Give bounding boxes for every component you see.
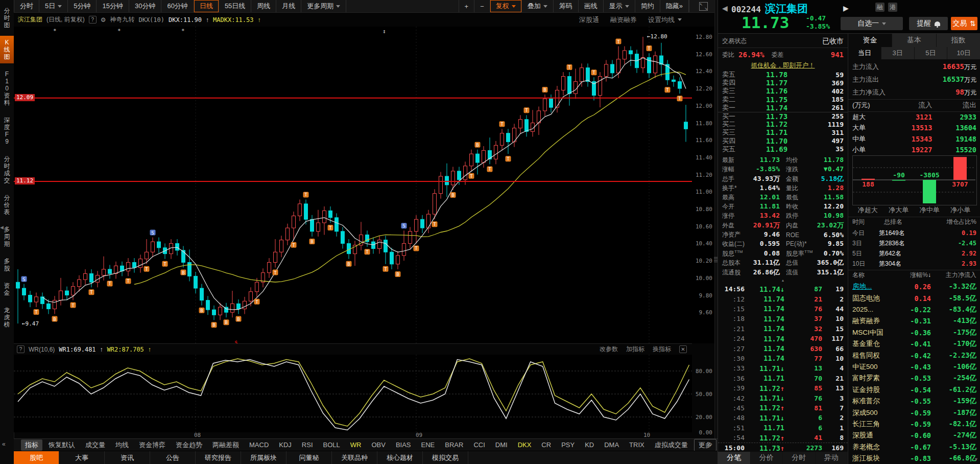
indicator-tab-均线[interactable]: 均线 — [111, 439, 133, 451]
wr-help-icon[interactable]: ? — [17, 345, 25, 353]
scroll-down-icon[interactable]: ▼ — [974, 457, 978, 462]
promo-link[interactable]: 抓住机会，即刻开户！ — [751, 61, 815, 70]
tick-tab-分时[interactable]: 分时 — [783, 452, 816, 464]
sector-row[interactable]: 深成500-0.59-187亿 — [848, 407, 980, 418]
sidebar-collapse-icon[interactable]: ◀ — [0, 225, 4, 230]
fund-tab-指数[interactable]: 指数 — [937, 34, 980, 47]
indicator-tab-更多[interactable]: 更多 — [694, 439, 716, 451]
indicator-tab-CCI[interactable]: CCI — [469, 440, 489, 450]
period-tab-30分钟[interactable]: 30分钟 — [129, 0, 161, 12]
tick-tab-异动[interactable]: 异动 — [816, 452, 848, 464]
indicator-tab-DMI[interactable]: DMI — [491, 440, 512, 450]
indicator-tab-DKX[interactable]: DKX — [514, 440, 536, 450]
bottom-nav-公告[interactable]: 公告 — [150, 451, 196, 464]
sector-row[interactable]: 证金持股-0.54-61.2亿 — [848, 384, 980, 396]
period-tab-5日[interactable]: 5日 — [39, 0, 68, 12]
tick-tab-分价[interactable]: 分价 — [751, 452, 783, 464]
sector-row[interactable]: 中证500-0.43-106亿 — [848, 361, 980, 373]
period-tab-分时[interactable]: 分时 — [14, 0, 39, 12]
indicator-tab-BRAR[interactable]: BRAR — [441, 440, 467, 450]
sidebar-item-F10资料[interactable]: F10资料 — [0, 67, 14, 109]
indicator-tab-KD[interactable]: KD — [581, 440, 598, 450]
indicator-tab-资金博弈[interactable]: 资金博弈 — [135, 439, 170, 451]
kline-chart[interactable]: SSSTBTTTTTTBBBBBTTTBTBTTBTTBTTTTBTTBTTTT… — [14, 27, 692, 343]
wr-indicator-panel[interactable] — [14, 355, 692, 432]
tick-tab-分笔[interactable]: 分笔 — [718, 452, 751, 464]
sidebar-item-龙虎榜[interactable]: 龙虎榜 — [0, 304, 14, 331]
wr-action-加指标[interactable]: 加指标 — [626, 345, 644, 354]
indicator-tab-MACD[interactable]: MACD — [245, 440, 273, 450]
indicator-tab-虚拟成交量[interactable]: 虚拟成交量 — [651, 439, 692, 451]
bottom-nav-关联品种[interactable]: 关联品种 — [332, 451, 377, 464]
watchlist-button[interactable]: 自选一 — [841, 17, 903, 30]
bottom-nav-核心题材[interactable]: 核心题材 — [377, 451, 423, 464]
period-tab-日线[interactable]: 日线 — [194, 0, 219, 12]
sector-row[interactable]: 长江三角-0.59-82.1亿 — [848, 419, 980, 430]
fund-tab-基本[interactable]: 基本 — [892, 34, 936, 47]
tool-button-+[interactable]: + — [459, 0, 475, 12]
indicator-tab-DMA[interactable]: DMA — [600, 440, 623, 450]
wr-close-icon[interactable]: ✕ — [679, 345, 687, 353]
indicator-tab-CR[interactable]: CR — [537, 440, 555, 450]
sidebar-item-多股[interactable]: 多股 — [0, 254, 14, 275]
fund-subtab-10日[interactable]: 10日 — [947, 47, 980, 59]
sector-row[interactable]: 房地...0.26-3.32亿 — [848, 281, 980, 292]
fullscreen-icon[interactable]: ↖↘ — [699, 2, 708, 11]
sector-row[interactable]: 深股通-0.60-274亿 — [848, 430, 980, 441]
indicator-tab-指标[interactable]: 指标 — [21, 439, 42, 451]
indicator-tab-BOLL[interactable]: BOLL — [319, 440, 344, 450]
indicator-tab-WR[interactable]: WR — [346, 440, 366, 450]
help-icon[interactable]: ? — [89, 16, 97, 24]
fund-subtab-5日[interactable]: 5日 — [915, 47, 948, 59]
sidebar-item-K线图[interactable]: K线图 — [0, 36, 14, 63]
sector-row[interactable]: 基金重仓-0.41-170亿 — [848, 338, 980, 350]
tool-button-−[interactable]: − — [474, 0, 490, 12]
prev-stock-icon[interactable]: ◀ — [722, 4, 728, 12]
indicator-tab-成交量[interactable]: 成交量 — [81, 439, 109, 451]
period-tab-更多周期[interactable]: 更多周期 — [301, 0, 346, 12]
indicator-tab-RSI[interactable]: RSI — [298, 440, 317, 450]
sector-row[interactable]: 富时罗素-0.53-254亿 — [848, 373, 980, 384]
indicator-tab-ENE[interactable]: ENE — [417, 440, 439, 450]
tool-button-复权[interactable]: 复权 — [490, 0, 522, 12]
bottom-nav-研究报告[interactable]: 研究报告 — [196, 451, 241, 464]
tool-button-隐藏[interactable]: 隐藏» — [660, 0, 689, 12]
bottom-nav-所属板块[interactable]: 所属板块 — [241, 451, 286, 464]
tool-button-叠加[interactable]: 叠加 — [522, 0, 554, 12]
sector-row[interactable]: MSCI中国-0.36-175亿 — [848, 327, 980, 338]
period-tab-55日线[interactable]: 55日线 — [219, 0, 251, 12]
sector-row[interactable]: 租售同权-0.42-2.23亿 — [848, 350, 980, 361]
sidebar-item-资金[interactable]: 资金 — [0, 279, 14, 299]
fund-subtab-当日[interactable]: 当日 — [848, 47, 881, 59]
wr-action-换指标[interactable]: 换指标 — [653, 345, 671, 354]
period-tab-周线[interactable]: 周线 — [251, 0, 276, 12]
fund-subtab-3日[interactable]: 3日 — [881, 47, 915, 59]
tool-button-显示[interactable]: 显示 — [604, 0, 635, 12]
period-tab-60分钟[interactable]: 60分钟 — [161, 0, 194, 12]
indicator-tab-BIAS[interactable]: BIAS — [392, 440, 415, 450]
indicator-tab-TRIX[interactable]: TRIX — [625, 440, 649, 450]
tabs-scroll-right-icon[interactable]: » — [709, 440, 712, 448]
indicator-tab-KDJ[interactable]: KDJ — [275, 440, 296, 450]
wr-action-改参数[interactable]: 改参数 — [600, 345, 618, 354]
indicator-tab-OBV[interactable]: OBV — [367, 440, 389, 450]
sidebar-item-分价表[interactable]: 分价表 — [0, 191, 14, 219]
sector-row[interactable]: 养老概念-0.67-5.13亿 — [848, 442, 980, 453]
header-link-融资融券[interactable]: 融资融券 — [610, 15, 637, 25]
sidebar-item-分时图[interactable]: 分时图 — [0, 4, 14, 32]
header-link-深股通[interactable]: 深股通 — [579, 15, 599, 25]
bottom-nav-模拟交易[interactable]: 模拟交易 — [423, 451, 468, 464]
gear-icon[interactable]: ⚙ — [101, 16, 106, 24]
trade-button[interactable]: 交易⇅ — [951, 17, 977, 30]
bottom-nav-大事[interactable]: 大事 — [59, 451, 105, 464]
indicator-tab-两融差额[interactable]: 两融差额 — [208, 439, 243, 451]
tool-button-简约[interactable]: 简约 — [635, 0, 660, 12]
bottom-nav-资讯[interactable]: 资讯 — [105, 451, 150, 464]
period-tab-月线[interactable]: 月线 — [276, 0, 301, 12]
fund-tab-资金[interactable]: 资金 — [848, 34, 892, 47]
alert-button[interactable]: 提醒 — [909, 17, 948, 30]
tabs-scroll-left-icon[interactable]: « — [2, 440, 6, 448]
tool-button-筹码[interactable]: 筹码 — [554, 0, 579, 12]
period-tab-15分钟[interactable]: 15分钟 — [97, 0, 129, 12]
indicator-tab-恢复默认[interactable]: 恢复默认 — [44, 439, 79, 451]
